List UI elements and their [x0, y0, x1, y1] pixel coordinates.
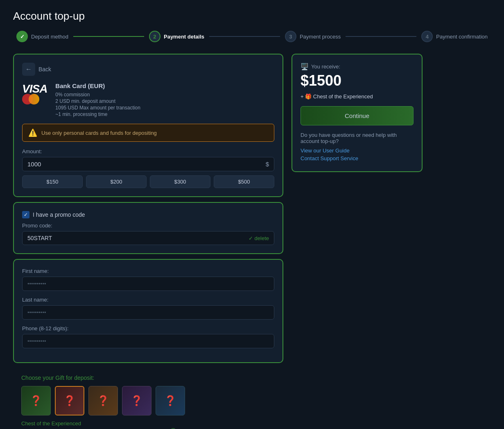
main-layout: ← Back VISA Bank Card (EUR) 0% commis: [13, 54, 491, 429]
page-title: Account top-up: [13, 10, 491, 23]
promo-code-input[interactable]: [27, 235, 249, 241]
payment-max-amount: 1095 USD Max amount per transaction: [55, 105, 140, 111]
step-circle-4: 4: [421, 31, 433, 42]
help-text: Do you have questions or need help with …: [301, 132, 397, 144]
help-section: Do you have questions or need help with …: [301, 132, 414, 144]
gift-title: Choose your Gift for deposit:: [21, 375, 275, 381]
gift-item-1[interactable]: ❓: [21, 386, 51, 415]
gift-items: ❓ ❓ ❓ ❓ ❓: [21, 386, 275, 415]
step-1: ✓ Deposit method: [16, 31, 68, 42]
continue-button[interactable]: Continue: [301, 106, 414, 125]
mastercard-logo: [22, 94, 39, 104]
receive-amount: $1500: [301, 72, 414, 89]
support-link[interactable]: Contact Support Service: [301, 155, 414, 161]
phone-label: Phone (8-12 digits):: [22, 325, 274, 331]
step-3: 3 Payment process: [285, 31, 341, 42]
quick-amount-500[interactable]: $500: [214, 175, 274, 188]
gift-item-4[interactable]: ❓: [122, 386, 151, 415]
payment-commission: 0% commission: [55, 92, 140, 98]
delete-check-icon: ✓: [249, 235, 253, 241]
payment-info-row: VISA Bank Card (EUR) 0% commission 2 USD…: [22, 82, 274, 117]
step-label-3: Payment process: [300, 34, 341, 40]
gift-icon-4: ❓: [131, 395, 143, 406]
mastercard-circle-orange: [29, 94, 39, 104]
right-column: 🖥️ You receive: $1500 + 🎁 Chest of the E…: [292, 54, 423, 172]
back-button[interactable]: ←: [22, 63, 35, 76]
warning-icon: ⚠️: [28, 128, 37, 137]
step-2: 2 Payment details: [149, 31, 204, 42]
gift-icon-5: ❓: [164, 395, 176, 406]
step-label-2: Payment details: [164, 34, 204, 40]
step-line-3: [346, 36, 416, 37]
you-receive-label: 🖥️ You receive:: [301, 63, 414, 70]
payment-processing-time: ~1 min. processing time: [55, 111, 140, 117]
gift-icon-1: ❓: [30, 395, 42, 406]
delete-promo-button[interactable]: ✓ delete: [249, 235, 269, 241]
promo-card: ✓ I have a promo code Promo code: ✓ dele…: [13, 202, 283, 254]
receive-icon: 🖥️: [301, 63, 309, 70]
bonus-row: + 🎁 Chest of the Experienced: [301, 93, 414, 100]
promo-checkbox-check: ✓: [24, 212, 28, 218]
payment-method-card: ← Back VISA Bank Card (EUR) 0% commis: [13, 54, 283, 197]
right-panel: 🖥️ You receive: $1500 + 🎁 Chest of the E…: [292, 54, 423, 172]
phone-input[interactable]: [22, 334, 274, 348]
step-line-2: [209, 36, 280, 37]
step-label-4: Payment confirmation: [436, 34, 488, 40]
amount-input-row: $: [22, 157, 274, 171]
amount-dollar-symbol: $: [266, 161, 269, 168]
back-row: ← Back: [22, 63, 274, 76]
promo-title: I have a promo code: [33, 211, 85, 218]
promo-input-row: ✓ delete: [22, 231, 274, 245]
gift-item-5[interactable]: ❓: [156, 386, 185, 415]
last-name-label: Last name:: [22, 297, 274, 303]
gift-icon-3: ❓: [97, 395, 109, 406]
first-name-input[interactable]: [22, 277, 274, 291]
gift-section: Choose your Gift for deposit: ❓ ❓ ❓ ❓: [13, 368, 283, 429]
step-circle-3: 3: [285, 31, 296, 42]
quick-amount-200[interactable]: $200: [86, 175, 147, 188]
personal-info-card: First name: Last name: Phone (8-12 digit…: [13, 259, 283, 363]
step-line-1: [73, 36, 144, 37]
gift-icon-2: ❓: [63, 395, 76, 406]
amount-label: Amount:: [22, 148, 274, 154]
first-name-label: First name:: [22, 268, 274, 274]
stepper: ✓ Deposit method 2 Payment details 3 Pay…: [13, 31, 491, 42]
quick-amount-300[interactable]: $300: [150, 175, 210, 188]
quick-amount-150[interactable]: $150: [22, 175, 83, 188]
last-name-input[interactable]: [22, 305, 274, 320]
promo-header: ✓ I have a promo code: [22, 211, 274, 218]
warning-box: ⚠️ Use only personal cards and funds for…: [22, 124, 274, 142]
left-column: ← Back VISA Bank Card (EUR) 0% commis: [13, 54, 283, 429]
step-circle-2: 2: [149, 31, 160, 42]
last-name-field: Last name:: [22, 297, 274, 320]
user-guide-link[interactable]: View our User Guide: [301, 148, 414, 154]
payment-details: Bank Card (EUR) 0% commission 2 USD min.…: [55, 82, 140, 117]
quick-amounts: $150 $200 $300 $500: [22, 175, 274, 188]
payment-min-deposit: 2 USD min. deposit amount: [55, 98, 140, 104]
back-label: Back: [38, 66, 51, 73]
gift-selected-name: Chest of the Experienced: [21, 420, 275, 427]
phone-field: Phone (8-12 digits):: [22, 325, 274, 348]
page-container: Account top-up ✓ Deposit method 2 Paymen…: [0, 0, 504, 429]
delete-label: delete: [255, 235, 269, 241]
step-4: 4 Payment confirmation: [421, 31, 488, 42]
warning-text: Use only personal cards and funds for de…: [41, 130, 157, 136]
step-circle-1: ✓: [16, 31, 28, 42]
promo-checkbox[interactable]: ✓: [22, 211, 29, 218]
you-receive-text: You receive:: [311, 64, 340, 70]
payment-name: Bank Card (EUR): [55, 82, 140, 89]
amount-input[interactable]: [27, 161, 266, 168]
first-name-field: First name:: [22, 268, 274, 291]
promo-code-label: Promo code:: [22, 222, 274, 229]
payment-logo: VISA: [22, 82, 47, 104]
gift-item-3[interactable]: ❓: [88, 386, 118, 415]
step-label-1: Deposit method: [31, 34, 68, 40]
gift-item-2[interactable]: ❓: [55, 386, 84, 415]
bonus-text: + 🎁 Chest of the Experienced: [301, 93, 373, 100]
